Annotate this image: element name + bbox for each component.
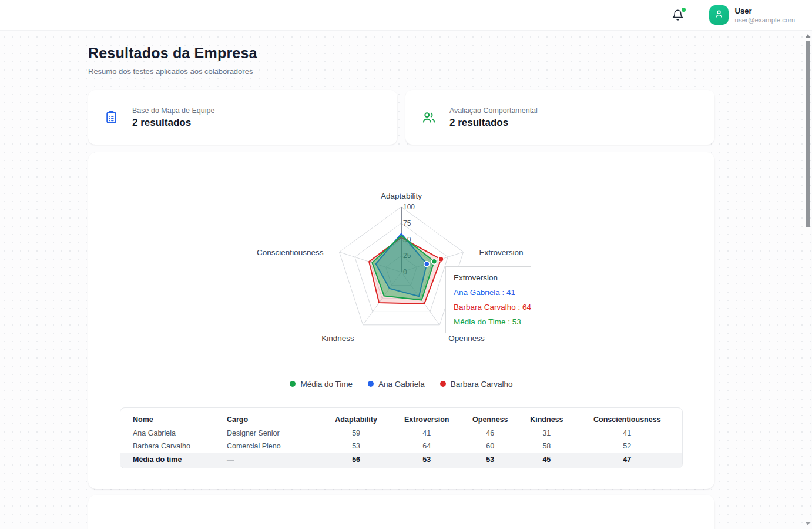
scrollbar-up-button[interactable]: [806, 34, 810, 38]
table-cell: 53: [459, 453, 521, 468]
table-cell: 60: [459, 440, 521, 453]
table-row: Média do time—5653534547: [120, 453, 682, 468]
legend-label: Média do Time: [300, 380, 353, 389]
axis-label: Kindness: [321, 334, 354, 343]
table-cell: 46: [459, 427, 521, 440]
table-cell: 53: [318, 440, 394, 453]
table-header-cell: Openness: [459, 408, 521, 427]
table-cell: 41: [394, 427, 459, 440]
active-dot: [424, 261, 430, 266]
chart-legend: Média do TimeAna GabrielaBarbara Carvalh…: [88, 378, 714, 390]
chart-tooltip: Extroversion Ana Gabriela : 41Barbara Ca…: [445, 266, 531, 333]
user-email: user@example.com: [735, 16, 795, 24]
table-cell: 53: [394, 453, 459, 468]
user-name: User: [735, 6, 795, 16]
tooltip-title: Extroversion: [454, 273, 523, 282]
summary-cards-row: Base do Mapa de Equipe 2 resultados Aval…: [88, 90, 714, 145]
axis-label: Extroversion: [479, 248, 524, 257]
header-divider: [697, 8, 697, 23]
table-cell: Designer Senior: [222, 427, 318, 440]
table-cell: Barbara Carvalho: [120, 440, 222, 453]
top-header: User user@example.com: [0, 0, 812, 31]
legend-item: Média do Time: [290, 380, 353, 389]
axis-label: Openness: [448, 334, 485, 343]
stat-value: 2 resultados: [449, 117, 538, 129]
radar-chart-card: 0255075100AdaptabilityExtroversionOpenne…: [88, 152, 714, 489]
table-header-cell: Nome: [120, 408, 222, 427]
user-menu[interactable]: User user@example.com: [709, 5, 795, 25]
stat-label: Avaliação Comportamental: [449, 106, 538, 115]
table-cell: 64: [394, 440, 459, 453]
scrollbar: [804, 31, 812, 529]
results-table-container: NomeCargoAdaptabilityExtroversionOpennes…: [120, 407, 683, 468]
active-dot: [438, 257, 444, 262]
axis-label: Adaptability: [381, 192, 422, 200]
table-cell: 31: [521, 427, 572, 440]
table-header-cell: Extroversion: [394, 408, 459, 427]
table-cell: 56: [318, 453, 394, 468]
axis-label: Conscientiousness: [257, 248, 324, 257]
notification-dot: [682, 8, 686, 12]
person-icon: [714, 9, 724, 21]
table-cell: Ana Gabriela: [120, 427, 222, 440]
table-cell: 52: [572, 440, 682, 453]
table-row: Ana GabrielaDesigner Senior5941463141: [120, 427, 682, 440]
next-section-card: [88, 495, 714, 529]
table-header-cell: Kindness: [521, 408, 572, 427]
table-header-cell: Cargo: [222, 408, 318, 427]
table-cell: 41: [572, 427, 682, 440]
stat-card-avaliacao: Avaliação Comportamental 2 resultados: [405, 90, 714, 145]
legend-item: Ana Gabriela: [368, 380, 425, 389]
tooltip-row: Barbara Carvalho : 64: [454, 303, 523, 312]
table-row: Barbara CarvalhoComercial Pleno536460585…: [120, 440, 682, 453]
radius-axis-tick: 75: [403, 219, 411, 227]
radius-axis-tick: 100: [403, 203, 415, 211]
avatar: [709, 5, 729, 25]
stat-value: 2 resultados: [132, 117, 214, 129]
table-cell: 58: [521, 440, 572, 453]
notifications-button[interactable]: [672, 9, 684, 22]
table-cell: 45: [521, 453, 572, 468]
results-table: NomeCargoAdaptabilityExtroversionOpennes…: [120, 408, 682, 468]
legend-label: Barbara Carvalho: [451, 380, 513, 389]
legend-item: Barbara Carvalho: [440, 380, 513, 389]
table-header-cell: Conscientiousness: [572, 408, 682, 427]
legend-label: Ana Gabriela: [378, 380, 425, 389]
table-cell: 59: [318, 427, 394, 440]
clipboard-icon: [104, 110, 119, 125]
tooltip-row: Média do Time : 53: [454, 317, 523, 326]
main-content: Resultados da Empresa Resumo dos testes …: [88, 45, 714, 529]
scrollbar-thumb[interactable]: [806, 41, 810, 227]
table-header-cell: Adaptability: [318, 408, 394, 427]
stat-label: Base do Mapa de Equipe: [132, 106, 214, 115]
active-dot: [431, 259, 437, 264]
tooltip-row: Ana Gabriela : 41: [454, 288, 523, 297]
table-cell: Comercial Pleno: [222, 440, 318, 453]
table-cell: —: [222, 453, 318, 468]
legend-dot-icon: [290, 381, 296, 387]
users-icon: [421, 110, 437, 125]
radar-chart[interactable]: 0255075100AdaptabilityExtroversionOpenne…: [88, 152, 714, 378]
page-subtitle: Resumo dos testes aplicados aos colabora…: [88, 67, 714, 76]
page-title: Resultados da Empresa: [88, 45, 714, 62]
stat-card-mapa-equipe: Base do Mapa de Equipe 2 resultados: [88, 90, 397, 145]
table-cell: Média do time: [120, 453, 222, 468]
legend-dot-icon: [368, 381, 374, 387]
table-cell: 47: [572, 453, 682, 468]
legend-dot-icon: [440, 381, 446, 387]
scrollbar-down-button[interactable]: [806, 522, 810, 525]
